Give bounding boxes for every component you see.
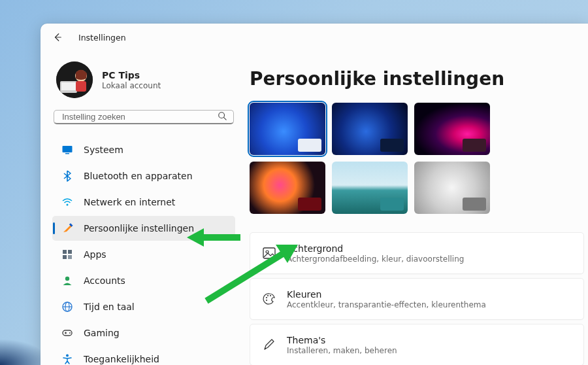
- options-list: Achtergrond Achtergrondafbeelding, kleur…: [250, 232, 588, 365]
- palette-icon: [262, 292, 276, 306]
- search-icon: [218, 111, 227, 123]
- nav-gaming[interactable]: Gaming: [52, 321, 235, 345]
- svg-point-20: [69, 332, 71, 334]
- nav-label: Gaming: [84, 328, 120, 338]
- svg-rect-22: [263, 248, 275, 258]
- nav-label: Accounts: [84, 275, 125, 286]
- svg-point-26: [270, 295, 271, 296]
- theme-tile-3[interactable]: [414, 103, 490, 155]
- nav-label: Systeem: [84, 145, 123, 155]
- sidebar: PC Tips Lokaal account Systeem Bluetooth…: [41, 51, 243, 365]
- option-title: Achtergrond: [287, 243, 464, 254]
- user-sub: Lokaal account: [102, 81, 161, 90]
- svg-point-9: [67, 204, 69, 206]
- nav-label: Persoonlijke instellingen: [84, 223, 194, 234]
- nav-toegankelijkheid[interactable]: Toegankelijkheid: [52, 347, 235, 365]
- theme-tile-6[interactable]: [414, 162, 490, 214]
- option-sub: Achtergrondafbeelding, kleur, diavoorste…: [287, 254, 464, 264]
- wifi-icon: [61, 196, 73, 208]
- nav-label: Tijd en taal: [84, 302, 135, 312]
- globe-icon: [61, 301, 73, 313]
- theme-tile-5[interactable]: [332, 162, 408, 214]
- svg-point-25: [267, 295, 269, 296]
- monitor-icon: [61, 144, 73, 156]
- titlebar: Instellingen: [41, 24, 588, 51]
- svg-rect-4: [76, 81, 86, 92]
- accessibility-icon: [61, 353, 73, 365]
- nav-list: Systeem Bluetooth en apparaten Netwerk e…: [52, 137, 235, 365]
- option-title: Thema's: [287, 335, 397, 345]
- svg-line-6: [224, 118, 227, 120]
- theme-tile-2[interactable]: [332, 103, 408, 155]
- image-icon: [262, 246, 276, 260]
- svg-point-21: [66, 355, 69, 357]
- svg-point-23: [266, 251, 269, 253]
- nav-label: Bluetooth en apparaten: [84, 171, 193, 181]
- nav-label: Apps: [84, 249, 106, 260]
- search-box[interactable]: [54, 110, 234, 124]
- svg-point-5: [219, 113, 225, 118]
- svg-rect-11: [63, 250, 67, 254]
- back-button[interactable]: [50, 29, 65, 45]
- svg-rect-14: [68, 255, 72, 259]
- option-kleuren[interactable]: Kleuren Accentkleur, transparantie-effec…: [250, 278, 584, 320]
- avatar: [56, 61, 93, 98]
- bluetooth-icon: [61, 170, 73, 182]
- svg-rect-13: [63, 255, 67, 259]
- nav-apps[interactable]: Apps: [52, 242, 235, 267]
- option-title: Kleuren: [287, 289, 486, 300]
- svg-point-27: [266, 300, 267, 301]
- apps-icon: [61, 249, 73, 260]
- theme-tile-1[interactable]: [250, 103, 325, 155]
- nav-bluetooth[interactable]: Bluetooth en apparaten: [52, 164, 235, 188]
- nav-accounts[interactable]: Accounts: [52, 268, 235, 293]
- brush-icon: [61, 222, 73, 234]
- search-input[interactable]: [62, 112, 218, 122]
- svg-point-24: [266, 297, 267, 298]
- option-themas[interactable]: Thema's Installeren, maken, beheren: [250, 324, 584, 365]
- arrow-left-icon: [53, 33, 62, 42]
- window-title: Instellingen: [78, 33, 126, 43]
- nav-systeem[interactable]: Systeem: [52, 137, 235, 162]
- nav-label: Toegankelijkheid: [84, 354, 159, 364]
- user-name: PC Tips: [102, 70, 161, 80]
- nav-tijd-en-taal[interactable]: Tijd en taal: [52, 294, 235, 319]
- option-sub: Installeren, maken, beheren: [287, 346, 397, 355]
- svg-rect-12: [68, 250, 72, 254]
- person-icon: [61, 275, 73, 287]
- svg-rect-7: [63, 146, 73, 152]
- settings-window: Instellingen PC Tips Lokaal accoun: [41, 24, 588, 365]
- option-achtergrond[interactable]: Achtergrond Achtergrondafbeelding, kleur…: [250, 232, 584, 274]
- svg-rect-2: [61, 82, 76, 90]
- game-icon: [61, 327, 73, 339]
- option-sub: Accentkleur, transparantie-effecten, kle…: [287, 300, 486, 309]
- theme-tile-4[interactable]: [250, 162, 325, 214]
- pen-icon: [262, 338, 276, 352]
- svg-point-15: [65, 277, 69, 281]
- nav-label: Netwerk en internet: [84, 197, 175, 207]
- nav-netwerk[interactable]: Netwerk en internet: [52, 190, 235, 215]
- page-title: Persoonlijke instellingen: [250, 68, 588, 90]
- theme-gallery: [250, 103, 588, 214]
- main-content: Persoonlijke instellingen Achtergrond Ac…: [243, 51, 588, 365]
- svg-rect-8: [65, 153, 69, 154]
- nav-persoonlijke-instellingen[interactable]: Persoonlijke instellingen: [52, 216, 235, 241]
- user-block[interactable]: PC Tips Lokaal account: [52, 56, 235, 110]
